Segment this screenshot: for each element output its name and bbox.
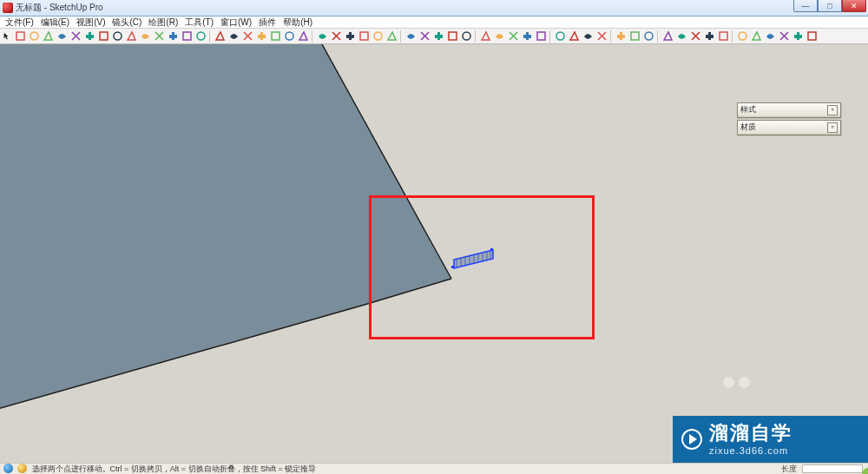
export-tool-icon[interactable] <box>703 30 715 43</box>
zoom-extents-tool-icon[interactable] <box>255 30 267 43</box>
back-tool-icon[interactable] <box>372 30 384 43</box>
materials-panel-header[interactable]: 材质 ▫ <box>738 121 840 135</box>
fog-tool-icon[interactable] <box>568 30 580 43</box>
lookaround-tool-icon[interactable] <box>628 30 641 43</box>
undo-tool-icon[interactable] <box>736 30 748 43</box>
position-tool-icon[interactable] <box>642 30 654 43</box>
zoom-window-tool-icon[interactable] <box>269 30 281 43</box>
delete-tool-icon[interactable] <box>806 30 818 43</box>
shadow-tool-icon[interactable] <box>554 30 566 43</box>
user-icon[interactable] <box>17 464 27 473</box>
next-tool-icon[interactable] <box>297 30 309 43</box>
window-controls: — □ ✕ <box>793 0 866 12</box>
hidden-tool-icon[interactable] <box>595 30 608 43</box>
svg-rect-19 <box>437 32 440 40</box>
cut-tool-icon[interactable] <box>764 30 776 43</box>
dim-tool-icon[interactable] <box>432 30 444 43</box>
menu-item[interactable]: 视图(V) <box>74 16 108 29</box>
styles-tool-icon[interactable] <box>535 30 547 43</box>
paint-tool-icon[interactable] <box>125 30 137 43</box>
front-tool-icon[interactable] <box>344 30 356 43</box>
xray-tool-icon[interactable] <box>582 30 594 43</box>
walk-tool-icon[interactable] <box>615 30 627 43</box>
line-tool-icon[interactable] <box>28 30 40 43</box>
left-tool-icon[interactable] <box>385 30 398 43</box>
menu-item[interactable]: 插件 <box>256 16 279 29</box>
minimize-button[interactable]: — <box>793 0 818 12</box>
panel-collapse-icon[interactable]: ▫ <box>827 122 838 133</box>
iso-tool-icon[interactable] <box>316 30 328 43</box>
svg-rect-11 <box>260 32 263 40</box>
section-tool-icon[interactable] <box>404 30 417 43</box>
menu-item[interactable]: 编辑(E) <box>38 16 72 29</box>
svg-rect-8 <box>183 32 191 40</box>
rotate-tool-icon[interactable] <box>167 30 179 43</box>
menu-item[interactable]: 镜头(C) <box>109 16 144 29</box>
zoom-tool-icon[interactable] <box>241 30 253 43</box>
paste-tool-icon[interactable] <box>792 30 804 43</box>
menu-item[interactable]: 帮助(H) <box>280 16 315 29</box>
svg-rect-7 <box>172 32 174 40</box>
toolbar-separator <box>549 30 551 43</box>
svg-rect-27 <box>620 32 622 40</box>
pushpull-tool-icon[interactable] <box>139 30 151 43</box>
move-tool-icon[interactable] <box>153 30 165 43</box>
eraser-tool-icon[interactable] <box>97 30 109 43</box>
select-tool-icon[interactable] <box>14 30 26 43</box>
svg-rect-24 <box>537 32 545 40</box>
maximize-button[interactable]: □ <box>818 0 842 12</box>
styles-panel[interactable]: 样式 ▫ <box>737 102 841 118</box>
outliner-tool-icon[interactable] <box>493 30 505 43</box>
window-title: 无标题 - SketchUp Pro <box>16 2 103 14</box>
circle-tool-icon[interactable] <box>56 30 68 43</box>
text-tool-icon[interactable] <box>446 30 458 43</box>
∿-tool-icon[interactable] <box>83 30 95 43</box>
right-tool-icon[interactable] <box>358 30 370 43</box>
svg-rect-32 <box>720 32 727 40</box>
prev-tool-icon[interactable] <box>283 30 295 43</box>
tape-tool-icon[interactable] <box>111 30 123 43</box>
styles-panel-header[interactable]: 样式 ▫ <box>738 103 840 117</box>
play-icon <box>681 429 702 450</box>
print-tool-icon[interactable] <box>717 30 729 43</box>
svg-rect-4 <box>100 32 108 40</box>
getmodels-tool-icon[interactable] <box>675 30 687 43</box>
svg-rect-48 <box>451 266 454 268</box>
redo-tool-icon[interactable] <box>750 30 762 43</box>
pan-tool-icon[interactable] <box>227 30 240 43</box>
rect-tool-icon[interactable] <box>42 30 54 43</box>
materials-tool-icon[interactable] <box>521 30 533 43</box>
axes-tool-icon[interactable] <box>418 30 431 43</box>
close-button[interactable]: ✕ <box>842 0 866 12</box>
menu-item[interactable]: 工具(T) <box>182 16 216 29</box>
model-viewport[interactable]: 样式 ▫ 材质 ▫ <box>0 44 868 463</box>
cursor-arrow-icon[interactable] <box>2 30 10 43</box>
svg-rect-31 <box>708 32 711 40</box>
scale-tool-icon[interactable] <box>181 30 193 43</box>
addloc-tool-icon[interactable] <box>661 30 674 43</box>
layers-tool-icon[interactable] <box>479 30 491 43</box>
resize-grip-icon[interactable] <box>858 464 868 474</box>
app-icon <box>3 3 13 13</box>
share-tool-icon[interactable] <box>689 30 701 43</box>
orbit-tool-icon[interactable] <box>214 30 226 43</box>
menu-item[interactable]: 绘图(R) <box>146 16 181 29</box>
copy-tool-icon[interactable] <box>778 30 790 43</box>
watermark-url: zixue.3d66.com <box>709 445 792 456</box>
offset-tool-icon[interactable] <box>194 30 207 43</box>
svg-rect-3 <box>89 32 91 40</box>
menu-item[interactable]: 文件(F) <box>3 16 36 29</box>
menu-bar: 文件(F)编辑(E)视图(V)镜头(C)绘图(R)工具(T)窗口(W)插件帮助(… <box>0 16 868 29</box>
top-tool-icon[interactable] <box>330 30 342 43</box>
measurement-input[interactable] <box>802 464 863 473</box>
menu-item[interactable]: 窗口(W) <box>218 16 254 29</box>
arc-tool-icon[interactable] <box>69 30 82 43</box>
measurement-label: 长度 <box>781 464 797 475</box>
components-tool-icon[interactable] <box>507 30 519 43</box>
panel-collapse-icon[interactable]: ▫ <box>827 105 838 115</box>
help-icon[interactable] <box>3 464 13 473</box>
svg-rect-16 <box>360 32 368 40</box>
svg-point-25 <box>556 32 564 40</box>
3dtext-tool-icon[interactable] <box>460 30 472 43</box>
materials-panel[interactable]: 材质 ▫ <box>737 120 841 135</box>
